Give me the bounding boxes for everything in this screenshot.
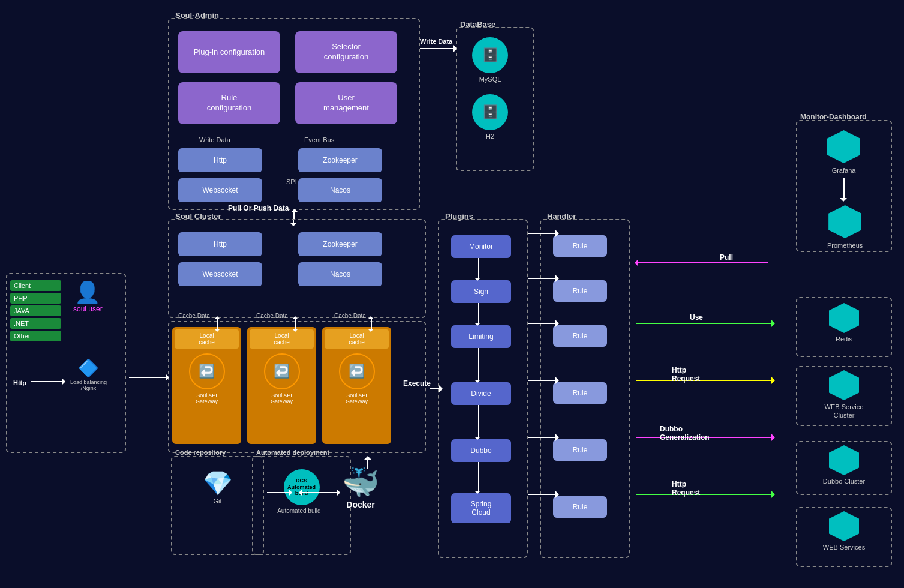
grafana-icon [827, 130, 860, 163]
local-cache-1: Localcache [175, 329, 239, 349]
rule-btn-3[interactable]: Rule [553, 325, 607, 347]
client-item-net: .NET [10, 318, 61, 329]
gateway-label-3: Soul APIGateWay [322, 392, 391, 404]
rule-config-btn[interactable]: Ruleconfiguration [178, 82, 280, 124]
web-cluster-icon-container: WEB ServiceCluster [797, 367, 891, 420]
spring-cloud-plugin-btn[interactable]: SpringCloud [451, 493, 511, 523]
plugins-box: Plugins Monitor Sign Limiting Divide Dub… [438, 219, 528, 558]
write-data-label: Write Data [199, 136, 230, 143]
cache-arrow-2 [295, 318, 296, 330]
limiting-plugin-btn[interactable]: Limiting [451, 325, 511, 348]
soul-cluster-box: Soul Cluster Http Zookeeper Websocket Na… [168, 219, 426, 318]
plugins-label: Plugins [445, 212, 473, 221]
web-service-cluster-box: WEB ServiceCluster [796, 366, 892, 426]
dubbo-cluster-icon [829, 445, 859, 475]
git-dcs-arrow [267, 492, 291, 493]
h2-icon: 🗄️ [472, 94, 508, 130]
dubbo-cluster-icon-container: Dubbo Cluster [797, 442, 891, 485]
git-container: 💎 Git [172, 457, 263, 505]
git-icon: 💎 [172, 469, 263, 497]
http-request-arrow [636, 380, 774, 381]
cluster-nacos-btn[interactable]: Nacos [298, 262, 382, 286]
pull-push-label: Pull Or Push Data [228, 204, 289, 212]
selector-config-btn[interactable]: Selectorconfiguration [295, 31, 397, 73]
client-item-java: JAVA [10, 305, 61, 316]
zookeeper-btn[interactable]: Zookeeper [298, 148, 382, 172]
plugin-config-btn[interactable]: Plug-in configuration [178, 31, 280, 73]
spi-label: SPI [286, 178, 297, 185]
local-cache-3: Localcache [325, 329, 389, 349]
gateway-2: Localcache ↩️ Soul APIGateWay [247, 327, 316, 444]
use-label: Use [690, 313, 703, 322]
prometheus-container: Prometheus [827, 205, 863, 249]
soul-admin-box: Soul-Admin Plug-in configuration Selecto… [168, 18, 420, 210]
rule-btn-4[interactable]: Rule [553, 382, 607, 404]
database-box: DataBase 🗄️ MySQL 🗄️ H2 [456, 27, 534, 171]
nacos-btn[interactable]: Nacos [298, 178, 382, 202]
redis-label: Redis [797, 335, 891, 343]
limiting-rule-arrow [528, 323, 558, 324]
http-btn[interactable]: Http [178, 148, 262, 172]
rule-btn-2[interactable]: Rule [553, 280, 607, 302]
user-mgmt-btn[interactable]: Usermanagement [295, 82, 397, 124]
docker-label: Docker [342, 500, 379, 509]
cache-data-2: Cache Data [256, 313, 288, 319]
soul-cluster-label: Soul Cluster [175, 212, 221, 221]
rule-btn-1[interactable]: Rule [553, 235, 607, 257]
use-arrow [636, 323, 774, 324]
code-repo-box: Code repository 💎 Git [171, 456, 264, 555]
execute-label: Execute [403, 379, 431, 388]
gateway-3: Localcache ↩️ Soul APIGateWay [322, 327, 391, 444]
monitor-dashboard-box: Monitor-Dashboard Grafana Prometheus [796, 120, 892, 252]
redis-icon-container: Redis [797, 298, 891, 343]
cache-data-3: Cache Data [334, 313, 366, 319]
pull-label: Pull [720, 253, 733, 262]
mysql-container: 🗄️ MySQL [472, 37, 508, 83]
cache-data-1: Cache Data [178, 313, 210, 319]
redis-icon [829, 303, 859, 333]
client-item-php: PHP [10, 293, 61, 304]
dubbo-plugin-btn[interactable]: Dubbo [451, 439, 511, 462]
prometheus-icon [828, 205, 861, 238]
gateway-label-1: Soul APIGateWay [172, 392, 241, 404]
grafana-label: Grafana [827, 167, 860, 174]
rule-btn-6[interactable]: Rule [553, 496, 607, 518]
cluster-http-btn[interactable]: Http [178, 232, 262, 256]
monitor-rule-arrow [528, 233, 558, 234]
gateway-icon-3: ↩️ [322, 353, 391, 389]
dubbo-rule-arrow [528, 437, 558, 438]
person-icon: 👤 [73, 280, 103, 305]
client-item-other: Other [10, 331, 61, 341]
dubbo-cluster-label: Dubbo Cluster [797, 478, 891, 485]
soul-user-container: 👤 soul user [73, 280, 103, 313]
git-label: Git [172, 497, 263, 505]
monitor-plugin-btn[interactable]: Monitor [451, 235, 511, 258]
h2-container: 🗄️ H2 [472, 94, 508, 140]
rule-btn-5[interactable]: Rule [553, 439, 607, 461]
client-to-gateway-arrow [129, 377, 168, 378]
architecture-diagram: Soul-Admin Plug-in configuration Selecto… [0, 0, 904, 588]
handler-label: Handler [547, 212, 576, 221]
sign-plugin-btn[interactable]: Sign [451, 280, 511, 303]
gateway-1: Localcache ↩️ Soul APIGateWay [172, 327, 241, 444]
docker-container: 🐳 Docker [342, 465, 379, 509]
web-services-icon-container: WEB Services [797, 508, 891, 551]
cluster-zookeeper-btn[interactable]: Zookeeper [298, 232, 382, 256]
http-request2-label: HttpRequest [672, 480, 700, 497]
h2-label: H2 [472, 133, 508, 140]
web-services-icon [829, 511, 859, 541]
automated-deployment-box: Automated deployment DCSAutomatedbuild A… [252, 456, 351, 555]
divide-plugin-btn[interactable]: Divide [451, 382, 511, 405]
dubbo-cluster-box: Dubbo Cluster [796, 441, 892, 495]
code-repo-label: Code repository [175, 449, 226, 456]
cache-soul-box: Cache Data Cache Data Cache Data Localca… [168, 321, 426, 453]
client-list: Client PHP JAVA .NET Other [10, 280, 61, 343]
dcs-icon: DCSAutomatedbuild [284, 469, 320, 505]
websocket-btn[interactable]: Websocket [178, 178, 262, 202]
automated-deployment-label: Automated deployment [256, 449, 329, 456]
grafana-prometheus-arrow [843, 178, 845, 199]
network-icon: 🔷 [70, 358, 107, 378]
cluster-websocket-btn[interactable]: Websocket [178, 262, 262, 286]
database-label: DataBase [460, 20, 495, 29]
client-box: Client PHP JAVA .NET Other 👤 soul user 🔷… [6, 273, 126, 453]
